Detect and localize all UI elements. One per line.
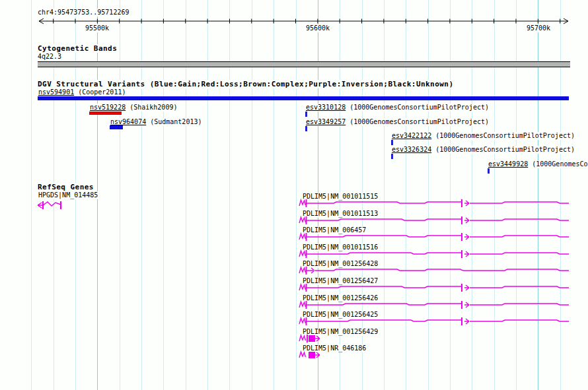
variant-bar-nsv964074[interactable] [110, 125, 123, 129]
variant-bar-esv3422122[interactable] [391, 140, 393, 145]
minor-gridline [384, 0, 385, 390]
variant-link-nsv519228[interactable]: nsv519228 [90, 104, 126, 111]
variant-link-esv3310128[interactable]: esv3310128 [306, 104, 346, 111]
gene-glyph-nm_001256426[interactable] [299, 298, 588, 311]
minor-gridline [229, 0, 230, 390]
variant-label-nsv594901: nsv594901 (Cooper2011) [38, 88, 126, 96]
variant-bar-esv3449928[interactable] [488, 168, 490, 174]
variant-label-esv3310128: esv3310128 (1000GenomesConsortiumPilotPr… [305, 104, 490, 112]
variant-source: (1000GenomesConsortiumPilotProject) [528, 160, 588, 168]
refseq-track-header: RefSeq Genes [37, 183, 94, 191]
minor-gridline [428, 0, 429, 390]
variant-label-esv3349257: esv3349257 (1000GenomesConsortiumPilotPr… [305, 118, 490, 126]
minor-gridline [207, 0, 208, 390]
gene-glyph-hpgds[interactable] [30, 199, 69, 212]
variant-label-esv3326324: esv3326324 (1000GenomesConsortiumPilotPr… [391, 146, 575, 154]
variant-link-nsv964074[interactable]: nsv964074 [110, 118, 146, 125]
variant-bar-esv3310128[interactable] [305, 112, 307, 117]
minor-gridline [516, 0, 517, 390]
gene-glyph-nm_001011515[interactable] [299, 197, 588, 210]
major-gridline [538, 0, 538, 390]
genome-browser-canvas: chr4:95473753..95712269 95500k95600k9570… [0, 0, 588, 390]
minor-gridline [560, 0, 561, 390]
gene-glyph-nm_001256425[interactable] [299, 315, 588, 328]
variant-bar-esv3326324[interactable] [391, 154, 393, 159]
minor-gridline [252, 0, 252, 390]
gene-glyph-nm_001011516[interactable] [299, 247, 588, 261]
variant-bar-esv3349257[interactable] [305, 126, 307, 131]
gene-glyph-nm_006457[interactable] [299, 230, 588, 244]
minor-gridline [186, 0, 186, 390]
variant-source: (Sudmant2013) [146, 118, 202, 125]
gene-glyph-nr_046186[interactable] [299, 348, 339, 362]
ruler-tick-label: 95600k [305, 24, 330, 32]
dgv-track-header: DGV Structural Variants (Blue:Gain;Red:L… [37, 80, 454, 88]
minor-gridline [406, 0, 406, 390]
variant-source: (1000GenomesConsortiumPilotProject) [346, 104, 489, 111]
minor-gridline [163, 0, 164, 390]
variant-label-esv3422122: esv3422122 (1000GenomesConsortiumPilotPr… [391, 132, 575, 140]
variant-link-esv3326324[interactable]: esv3326324 [392, 146, 431, 153]
variant-bar-nsv594901[interactable] [38, 96, 569, 100]
minor-gridline [141, 0, 142, 390]
variant-link-esv3422122[interactable]: esv3422122 [392, 132, 431, 139]
variant-link-nsv594901[interactable]: nsv594901 [38, 88, 74, 96]
gene-glyph-nm_001256428[interactable] [299, 264, 588, 277]
variant-link-esv3349257[interactable]: esv3349257 [306, 118, 346, 125]
variant-source: (1000GenomesConsortiumPilotProject) [431, 132, 575, 139]
gene-glyph-nm_001256429[interactable] [299, 332, 339, 345]
cytoband-bar[interactable] [38, 61, 570, 67]
gene-glyph-nm_001256427[interactable] [299, 281, 588, 294]
cytoband-label: 4q22.3 [37, 53, 62, 61]
minor-gridline [274, 0, 274, 390]
minor-gridline [120, 0, 120, 390]
minor-gridline [31, 0, 32, 390]
cytogenetic-bands-header: Cytogenetic Bands [37, 44, 118, 53]
variant-bar-nsv519228[interactable] [89, 112, 122, 115]
ruler-tick-label: 95700k [526, 24, 551, 32]
variant-link-esv3449928[interactable]: esv3449928 [488, 160, 528, 168]
minor-gridline [450, 0, 451, 390]
variant-source: (Shaikh2009) [126, 104, 177, 111]
gene-glyph-nm_001011513[interactable] [299, 214, 588, 227]
variant-label-nsv519228: nsv519228 (Shaikh2009) [89, 104, 178, 112]
variant-label-esv3449928: esv3449928 (1000GenomesConsortiumPilotPr… [488, 160, 588, 168]
variant-source: (Cooper2011) [74, 88, 126, 96]
variant-source: (1000GenomesConsortiumPilotProject) [346, 118, 489, 125]
minor-gridline [472, 0, 472, 390]
minor-gridline [494, 0, 495, 390]
minor-gridline [296, 0, 297, 390]
variant-source: (1000GenomesConsortiumPilotProject) [431, 146, 575, 153]
variant-label-nsv964074: nsv964074 (Sudmant2013) [110, 118, 202, 126]
ruler-tick-label: 95500k [85, 24, 110, 32]
